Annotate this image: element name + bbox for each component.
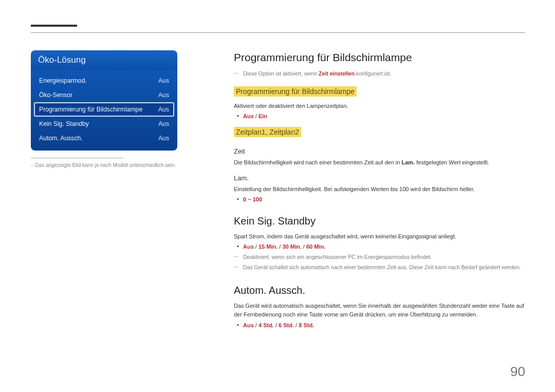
opt: 30 Min. xyxy=(282,244,301,250)
intro-note-bold: Zeit einstellen xyxy=(319,70,355,77)
sec1-option: Aus / Ein xyxy=(243,113,524,120)
sec3-options: Aus / 15 Min. / 30 Min. / 60 Min. xyxy=(234,243,524,250)
sec4-desc: Das Gerät wird automatisch ausgeschaltet… xyxy=(234,302,524,319)
top-thick-rule xyxy=(31,25,77,27)
opt: 60 Min. xyxy=(306,244,325,250)
top-rule xyxy=(31,32,525,33)
menu-row-bildschirmlampe[interactable]: Programmierung für Bildschirmlampe Aus xyxy=(34,102,174,117)
right-column: Programmierung für Bildschirmlampe Diese… xyxy=(203,50,524,331)
menu-row-label: Programmierung für Bildschirmlampe xyxy=(39,106,142,113)
heading-kein-sig-standby: Kein Sig. Standby xyxy=(234,215,524,227)
sec1-desc: Aktiviert oder deaktiviert den Lampenzei… xyxy=(234,102,524,110)
sub-zeit-desc: Die Bildschirmhelligkeit wird nach einer… xyxy=(234,158,524,167)
menu-row-label: Öko-Sensor xyxy=(39,91,72,99)
intro-note-post: konfiguriert ist. xyxy=(355,70,391,77)
opt-range: 0 ~ 100 xyxy=(243,196,262,202)
sec4-options: Aus / 4 Std. / 6 Std. / 8 Std. xyxy=(234,322,524,329)
sec4-option: Aus / 4 Std. / 6 Std. / 8 Std. xyxy=(243,322,524,329)
menu-row-energiesparmod[interactable]: Energiesparmod. Aus xyxy=(34,73,174,88)
body: Öko-Lösung Energiesparmod. Aus Öko-Senso… xyxy=(31,20,524,331)
left-divider xyxy=(31,158,123,158)
menu-row-autom-aussch[interactable]: Autom. Aussch. Aus xyxy=(34,131,174,145)
opt: 15 Min. xyxy=(258,244,278,250)
menu-row-oeko-sensor[interactable]: Öko-Sensor Aus xyxy=(34,88,174,102)
menu-shell: Öko-Lösung Energiesparmod. Aus Öko-Senso… xyxy=(31,50,177,151)
heading-autom-aussch: Autom. Aussch. xyxy=(234,285,524,296)
menu-row-label: Energiesparmod. xyxy=(39,77,87,84)
menu-row-value: Aus xyxy=(158,106,169,113)
sec3-option: Aus / 15 Min. / 30 Min. / 60 Min. xyxy=(243,243,524,250)
page: Öko-Lösung Energiesparmod. Aus Öko-Senso… xyxy=(0,0,555,392)
sec3-note: Deaktiviert, wenn sich ein angeschlossen… xyxy=(243,252,524,263)
intro-note-pre: Diese Option ist aktiviert, wenn xyxy=(243,70,319,77)
menu-body: Energiesparmod. Aus Öko-Sensor Aus Progr… xyxy=(31,70,177,151)
menu-caption: Das angezeigte Bild kann je nach Modell … xyxy=(31,161,203,169)
menu-row-value: Aus xyxy=(158,120,169,127)
sub-lam-option: 0 ~ 100 xyxy=(243,196,524,203)
highlight-bildschirmlampe: Programmierung für Bildschirmlampe xyxy=(234,86,357,97)
menu-row-kein-sig-standby[interactable]: Kein Sig. Standby Aus xyxy=(34,117,174,131)
opt: 8 Std. xyxy=(299,322,314,328)
sub-lam-desc: Einstellung der Bildschirmhelligkeit. Be… xyxy=(234,185,524,194)
menu-row-label: Kein Sig. Standby xyxy=(39,120,89,127)
opt-aus: Aus xyxy=(243,113,254,119)
intro-note-list: Diese Option ist aktiviert, wenn Zeit ei… xyxy=(234,69,524,79)
opt: 4 Std. xyxy=(258,322,274,328)
heading-bildschirmlampe: Programmierung für Bildschirmlampe xyxy=(234,51,524,64)
sub-zeit-desc-pre: Die Bildschirmhelligkeit wird nach einer… xyxy=(234,159,401,165)
sub-lam: Lam. xyxy=(234,174,524,182)
left-column: Öko-Lösung Energiesparmod. Aus Öko-Senso… xyxy=(31,50,203,331)
sec1-options: Aus / Ein xyxy=(234,113,524,120)
sec3-note: Das Gerät schaltet sich automatisch nach… xyxy=(243,263,524,273)
sub-zeit-desc-post: festgelegten Wert eingestellt. xyxy=(415,159,489,165)
sec3-desc: Spart Strom, indem das Gerät ausgeschalt… xyxy=(234,232,524,241)
menu-row-value: Aus xyxy=(158,91,169,99)
menu-title: Öko-Lösung xyxy=(31,50,177,70)
opt: 6 Std. xyxy=(279,322,294,328)
opt: Aus xyxy=(243,322,254,328)
sub-lam-options: 0 ~ 100 xyxy=(234,196,524,203)
highlight-zeitplan: Zeitplan1, Zeitplan2 xyxy=(234,127,301,137)
sub-zeit-desc-bold: Lam. xyxy=(401,159,415,165)
page-number: 90 xyxy=(510,364,525,380)
intro-note: Diese Option ist aktiviert, wenn Zeit ei… xyxy=(243,69,524,79)
sec3-notes: Deaktiviert, wenn sich ein angeschlossen… xyxy=(234,252,524,273)
menu-row-label: Autom. Aussch. xyxy=(39,135,83,142)
menu-row-value: Aus xyxy=(158,77,169,84)
sub-zeit: Zeit xyxy=(234,147,524,155)
opt-ein: Ein xyxy=(258,113,267,119)
menu-row-value: Aus xyxy=(158,135,169,142)
opt: Aus xyxy=(243,244,254,250)
